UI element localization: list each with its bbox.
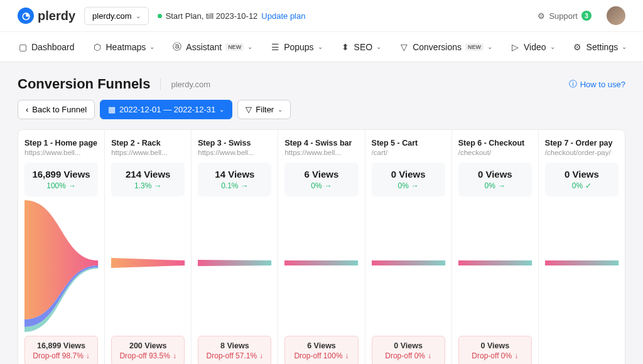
dropoff-box: 6 Views Drop-off 100% ↓ [284,336,358,364]
filter-icon: ▽ [246,105,252,114]
support-link[interactable]: ⚙ Support 3 [538,11,592,21]
step-metrics: 0 Views 0% ✓ [545,163,619,196]
chevron-down-icon: ⌄ [487,43,492,50]
step-pct: 0% → [376,181,441,190]
step-metrics: 16,899 Views 100% → [24,163,98,196]
logo[interactable]: ◔ plerdy [18,8,75,24]
nav-label: Heatmaps [106,42,146,52]
filter-button[interactable]: ▽Filter⌄ [237,100,291,119]
step-pct: 0% → [288,181,354,190]
step-metrics: 14 Views 0.1% → [198,163,271,196]
avatar[interactable] [607,6,625,25]
funnel-step: Step 7 - Order pay /checkout/order-pay/ … [539,130,625,364]
dropoff-views: 6 Views [289,341,354,350]
chevron-down-icon: ⌄ [550,43,555,50]
plan-text: Start Plan, till 2023-10-12 [166,11,258,21]
arrow-icon: → [498,181,505,190]
nav-dashboard[interactable]: ▢Dashboard [18,42,75,52]
step-views: 14 Views [202,169,267,179]
arrow-icon: → [241,181,249,190]
chevron-down-icon: ⌄ [318,43,323,50]
dropoff-box: 0 Views Drop-off 0% ↓ [372,336,445,364]
support-count-badge: 3 [581,11,592,21]
dropoff-pct: Drop-off 0% ↓ [376,351,441,360]
update-plan-link[interactable]: Update plan [261,11,305,21]
step-url: https://www.bell... [284,149,358,156]
nav-label: Popups [284,42,313,52]
funnel-icon: ▽ [399,42,409,52]
dropoff-box: 8 Views Drop-off 57.1% ↓ [198,336,271,364]
how-to-use-link[interactable]: ⓘHow to use? [569,78,625,90]
heatmap-icon: ⬡ [92,42,102,52]
back-label: Back to Funnel [32,105,87,114]
funnel-flow-chart [545,200,619,332]
arrow-icon: → [325,181,332,190]
step-views: 214 Views [115,169,181,179]
nav-popups[interactable]: ☰Popups⌄ [270,42,322,52]
step-title: Step 1 - Home page [24,139,98,147]
howto-label: How to use? [580,80,625,89]
funnel-flow-chart [372,200,445,332]
step-url: https://www.bell... [111,149,185,156]
nav-heatmaps[interactable]: ⬡Heatmaps⌄ [92,42,155,52]
funnel-container: Step 1 - Home page https://www.bell... 1… [18,129,625,364]
chevron-down-icon: ⌄ [136,13,141,19]
new-badge: NEW [225,43,244,51]
arrow-icon: → [411,181,419,190]
nav-video[interactable]: ▷Video⌄ [510,42,555,52]
logo-icon: ◔ [18,8,34,24]
nav-conversions[interactable]: ▽ConversionsNEW⌄ [399,42,492,52]
nav-seo[interactable]: ⬍SEO⌄ [340,42,382,52]
dropoff-pct: Drop-off 98.7% ↓ [29,351,94,360]
gear-icon: ⚙ [573,42,583,52]
chevron-down-icon: ⌄ [622,43,627,50]
nav-label: Assistant [186,42,222,52]
chevron-down-icon: ⌄ [149,43,154,50]
step-url: /checkout/order-pay/ [545,149,619,156]
dropoff-pct: Drop-off 0% ↓ [463,351,527,360]
brand-name: plerdy [38,9,75,23]
step-title: Step 2 - Rack [111,139,185,147]
down-arrow-icon: ↓ [428,351,431,360]
funnel-flow-chart [24,200,98,332]
back-to-funnel-button[interactable]: ‹Back to Funnel [18,100,95,119]
step-pct: 100% → [28,181,94,190]
nav-settings[interactable]: ⚙Settings⌄ [573,42,627,52]
funnel-step: Step 2 - Rack https://www.bell... 214 Vi… [105,130,192,364]
funnel-step: Step 3 - Swiss https://www.bell... 14 Vi… [192,130,278,364]
chevron-down-icon: ⌄ [247,43,252,50]
step-metrics: 0 Views 0% → [372,163,445,196]
calendar-icon: ▦ [108,105,116,114]
step-metrics: 214 Views 1.3% → [111,163,185,196]
divider [160,78,161,90]
nav-label: Video [524,42,546,52]
funnel-flow-chart [284,200,358,332]
nav-label: SEO [354,42,373,52]
step-url: https://www.bell... [198,149,271,156]
dropoff-box: 16,899 Views Drop-off 98.7% ↓ [24,336,98,364]
arrow-icon: ✓ [585,181,592,190]
step-title: Step 3 - Swiss [198,139,271,147]
step-views: 0 Views [462,169,528,179]
step-title: Step 6 - Checkout [458,139,532,147]
dropoff-box: 200 Views Drop-off 93.5% ↓ [111,336,185,364]
step-metrics: 0 Views 0% → [458,163,532,196]
page-title: Conversion Funnels [18,76,150,92]
support-label: Support [549,11,578,21]
step-views: 16,899 Views [28,169,94,179]
step-pct: 0% → [462,181,528,190]
dropoff-views: 200 Views [116,341,180,350]
ai-icon: ⓐ [172,42,182,52]
date-range-picker[interactable]: ▦2022-12-01 — 2022-12-31⌄ [100,100,232,119]
chevron-down-icon: ⌄ [376,43,381,50]
step-url: https://www.bell... [24,149,98,156]
chevron-left-icon: ‹ [26,105,28,114]
down-arrow-icon: ↓ [514,351,518,360]
domain-selector[interactable]: plerdy.com ⌄ [84,7,149,25]
step-views: 0 Views [376,169,441,179]
play-icon: ▷ [510,42,520,52]
step-views: 0 Views [549,169,615,179]
chevron-down-icon: ⌄ [278,106,283,113]
popup-icon: ☰ [270,42,280,52]
nav-assistant[interactable]: ⓐAssistantNEW⌄ [172,42,252,52]
